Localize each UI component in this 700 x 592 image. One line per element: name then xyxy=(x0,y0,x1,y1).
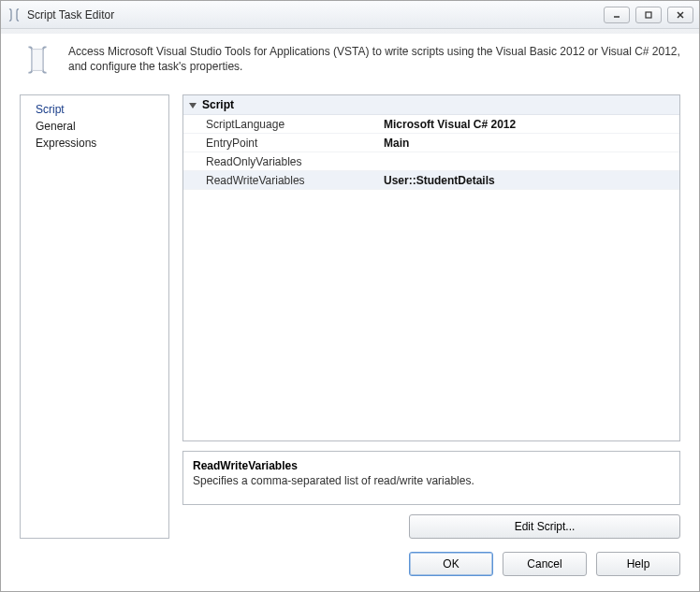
nav-item-script[interactable]: Script xyxy=(21,101,168,118)
right-pane: Script ScriptLanguageMicrosoft Visual C#… xyxy=(182,94,680,539)
body-row: ScriptGeneralExpressions Script ScriptLa… xyxy=(20,94,680,539)
close-button[interactable] xyxy=(667,7,693,23)
edit-script-row: Edit Script... xyxy=(182,514,680,539)
grid-row-label: ReadOnlyVariables xyxy=(183,153,380,170)
collapse-triangle-icon xyxy=(189,103,197,108)
property-grid: Script ScriptLanguageMicrosoft Visual C#… xyxy=(182,94,680,441)
help-description: Specifies a comma-separated list of read… xyxy=(193,474,670,487)
window-controls xyxy=(604,7,693,23)
script-icon xyxy=(7,7,22,22)
svg-rect-4 xyxy=(32,50,42,71)
header-row: Access Microsoft Visual Studio Tools for… xyxy=(20,42,680,78)
header-description: Access Microsoft Visual Studio Tools for… xyxy=(68,42,680,78)
edit-script-button[interactable]: Edit Script... xyxy=(409,514,680,539)
titlebar: Script Task Editor xyxy=(1,1,699,29)
grid-row-label: EntryPoint xyxy=(183,135,380,152)
grid-rows: ScriptLanguageMicrosoft Visual C# 2012En… xyxy=(183,115,679,190)
cancel-button[interactable]: Cancel xyxy=(503,552,587,576)
help-button[interactable]: Help xyxy=(596,552,680,576)
nav-item-expressions[interactable]: Expressions xyxy=(21,135,168,152)
nav-item-general[interactable]: General xyxy=(21,118,168,135)
dialog-window: Script Task Editor Access Microsoft V xyxy=(0,0,700,592)
grid-row[interactable]: ReadOnlyVariables xyxy=(183,152,679,171)
grid-category-header[interactable]: Script xyxy=(183,95,679,115)
scroll-icon xyxy=(20,42,55,78)
grid-row-label: ReadWriteVariables xyxy=(183,172,380,189)
grid-row[interactable]: EntryPointMain xyxy=(183,134,679,152)
ok-button[interactable]: OK xyxy=(409,552,493,576)
dialog-content: Access Microsoft Visual Studio Tools for… xyxy=(1,29,699,591)
grid-row-value[interactable]: User::StudentDetails xyxy=(380,172,679,189)
grid-category-label: Script xyxy=(202,98,234,111)
window-title: Script Task Editor xyxy=(27,8,604,22)
grid-row[interactable]: ReadWriteVariablesUser::StudentDetails xyxy=(183,171,679,190)
grid-row-value[interactable]: Main xyxy=(380,135,679,152)
dialog-footer: OK Cancel Help xyxy=(20,539,680,576)
svg-rect-1 xyxy=(646,12,651,18)
grid-row-value[interactable]: Microsoft Visual C# 2012 xyxy=(380,116,679,133)
grid-row-value[interactable] xyxy=(380,160,679,164)
maximize-button[interactable] xyxy=(635,7,662,23)
property-help-panel: ReadWriteVariables Specifies a comma-sep… xyxy=(182,451,680,505)
nav-pane: ScriptGeneralExpressions xyxy=(20,94,169,539)
grid-row[interactable]: ScriptLanguageMicrosoft Visual C# 2012 xyxy=(183,115,679,134)
grid-row-label: ScriptLanguage xyxy=(183,116,380,133)
minimize-button[interactable] xyxy=(604,7,630,23)
help-title: ReadWriteVariables xyxy=(193,459,670,472)
